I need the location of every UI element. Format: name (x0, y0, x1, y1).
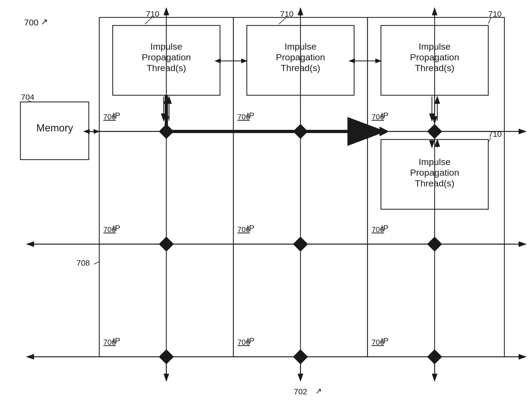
706-label-r3c3: 706 (372, 338, 384, 346)
label-710-r1c2: 710 (280, 9, 293, 18)
706-label-r1c2: 706 (237, 113, 250, 121)
706-label-r3c2: 706 (237, 338, 250, 346)
label-700: 700 (24, 18, 38, 27)
706-label-r1c1: 706 (103, 113, 116, 121)
706-label-r2c3: 706 (372, 225, 384, 234)
label-710-r1c3: 710 (488, 9, 502, 18)
706-label-r1c3: 706 (372, 113, 384, 121)
label-702: 702 (294, 387, 307, 396)
arrow-702: ↗ (315, 387, 322, 395)
label-710-r1c1: 710 (146, 9, 159, 18)
label-708: 708 (76, 258, 90, 267)
label-704: 704 (21, 93, 34, 101)
706-label-r3c1: 706 (103, 338, 116, 346)
thick-arrow-horizontal (166, 130, 381, 133)
memory-text: Memory (36, 122, 73, 134)
thick-arrow-vertical (165, 102, 168, 133)
706-label-r2c1: 706 (103, 225, 116, 234)
label-710-r2c3: 710 (488, 130, 502, 138)
diagram-container: Impulse Propagation Thread(s) Impulse Pr… (0, 0, 532, 404)
706-label-r2c2: 706 (237, 225, 250, 234)
arrow-700: ↗ (41, 17, 48, 27)
